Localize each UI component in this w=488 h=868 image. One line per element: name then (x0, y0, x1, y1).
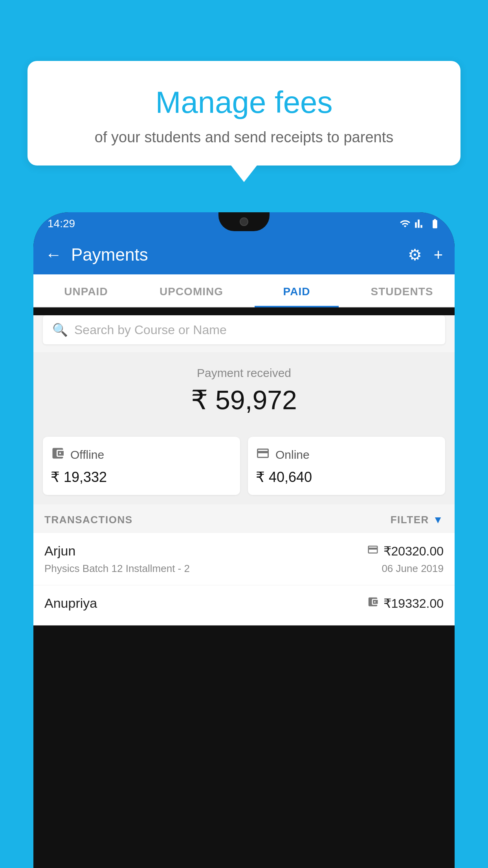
speech-bubble: Manage fees of your students and send re… (28, 61, 460, 166)
payment-cards: Offline ₹ 19,332 Online ₹ 40,640 (33, 427, 455, 504)
tx-date-1: 06 June 2019 (382, 563, 444, 575)
offline-icon (51, 446, 65, 463)
filter-icon: ▼ (433, 514, 444, 526)
tx-amount-2: ₹19332.00 (367, 596, 444, 611)
payment-received-section: Payment received ₹ 59,972 (33, 352, 455, 427)
header-actions: ⚙ + (408, 246, 443, 264)
tx-amount-1: ₹20320.00 (367, 544, 444, 559)
status-time: 14:29 (48, 217, 75, 230)
online-amount: ₹ 40,640 (256, 469, 437, 485)
tab-upcoming[interactable]: UPCOMING (139, 274, 244, 307)
search-icon: 🔍 (52, 322, 68, 337)
tab-unpaid[interactable]: UNPAID (33, 274, 139, 307)
bubble-subtitle: of your students and send receipts to pa… (47, 129, 441, 146)
search-bar[interactable]: 🔍 Search by Course or Name (43, 315, 445, 344)
search-placeholder: Search by Course or Name (74, 323, 227, 337)
add-button[interactable]: + (434, 246, 443, 264)
tabs: UNPAID UPCOMING PAID STUDENTS (33, 274, 455, 307)
online-card-header: Online (256, 446, 437, 463)
back-button[interactable]: ← (45, 245, 62, 264)
header-title: Payments (71, 245, 408, 265)
app-header: ← Payments ⚙ + (33, 235, 455, 274)
payment-label: Payment received (41, 366, 447, 380)
tx-amount-icon-2 (367, 596, 379, 611)
offline-card-header: Offline (51, 446, 232, 463)
online-icon (256, 446, 270, 463)
camera (240, 217, 248, 226)
offline-amount: ₹ 19,332 (51, 469, 232, 485)
bubble-title: Manage fees (47, 85, 441, 120)
signal-icon (415, 218, 426, 229)
transaction-row[interactable]: Anupriya ₹19332.00 (33, 585, 455, 625)
tab-paid[interactable]: PAID (244, 274, 349, 307)
filter-label: FILTER (391, 514, 429, 526)
status-icons (400, 218, 440, 229)
tx-bottom-1: Physics Batch 12 Installment - 2 06 June… (44, 563, 444, 575)
tx-name-2: Anupriya (44, 596, 97, 611)
online-card: Online ₹ 40,640 (248, 437, 445, 495)
transaction-row[interactable]: Arjun ₹20320.00 Physics Batch 12 Install… (33, 533, 455, 585)
tx-top-2: Anupriya ₹19332.00 (44, 596, 444, 611)
online-label: Online (275, 448, 310, 462)
offline-label: Offline (70, 448, 104, 462)
notch (218, 212, 270, 231)
settings-button[interactable]: ⚙ (408, 246, 422, 264)
tab-students[interactable]: STUDENTS (349, 274, 455, 307)
battery-icon (429, 218, 440, 229)
transactions-label: TRANSACTIONS (44, 514, 133, 526)
wifi-icon (400, 218, 411, 229)
tx-name-1: Arjun (44, 543, 75, 559)
phone-frame: 14:29 ← Payments ⚙ + UNPAID UPCOMING PAI… (33, 212, 455, 868)
tx-top-1: Arjun ₹20320.00 (44, 543, 444, 559)
tx-amount-icon-1 (367, 544, 379, 559)
filter-button[interactable]: FILTER ▼ (391, 514, 444, 526)
offline-card: Offline ₹ 19,332 (43, 437, 240, 495)
tx-amount-value-2: ₹19332.00 (383, 596, 444, 611)
tx-course-1: Physics Batch 12 Installment - 2 (44, 563, 190, 575)
phone-screen: 🔍 Search by Course or Name Payment recei… (33, 315, 455, 625)
transactions-header: TRANSACTIONS FILTER ▼ (33, 504, 455, 533)
payment-amount: ₹ 59,972 (41, 384, 447, 416)
status-bar: 14:29 (33, 212, 455, 235)
tx-amount-value-1: ₹20320.00 (383, 544, 444, 559)
